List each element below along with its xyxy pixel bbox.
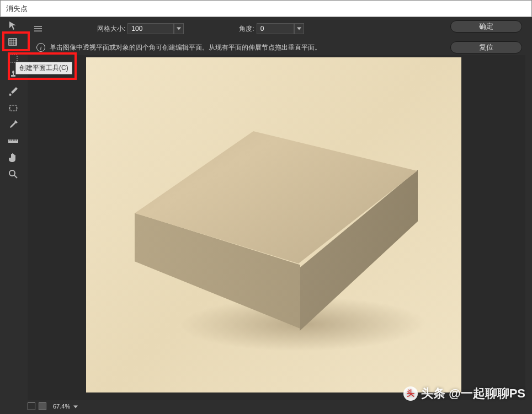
document-canvas[interactable] <box>86 57 461 393</box>
info-icon: i <box>36 43 45 52</box>
transform-tool[interactable] <box>3 100 23 116</box>
watermark-text: 头条 @一起聊聊PS <box>421 385 525 402</box>
angle-input[interactable]: 0 <box>257 23 294 34</box>
svg-point-4 <box>9 170 15 176</box>
angle-dropdown[interactable] <box>294 23 304 34</box>
hand-tool[interactable] <box>3 150 23 165</box>
grid-size-input[interactable]: 100 <box>127 23 174 34</box>
measure-tool[interactable] <box>3 133 23 149</box>
edit-plane-tool[interactable] <box>3 18 23 33</box>
window-title: 消失点 <box>6 4 28 14</box>
svg-rect-1 <box>9 55 17 62</box>
options-row-2: i 单击图像中透视平面或对象的四个角可创建编辑平面。从现有平面的伸展节点拖出垂直… <box>28 41 321 53</box>
view-mode-icon-2[interactable] <box>39 402 46 410</box>
options-bar: 网格大小: 100 角度: 0 i 单击图像中透视平面或对象的四个角可创建编辑平… <box>0 17 532 55</box>
status-bar: 67.4% <box>28 401 78 412</box>
canvas-area[interactable] <box>28 55 525 400</box>
title-bar: 消失点 <box>0 0 532 17</box>
tooltip-create-plane: 创建平面工具(C) <box>15 62 72 74</box>
hint-text: 单击图像中透视平面或对象的四个角可创建编辑平面。从现有平面的伸展节点拖出垂直平面… <box>50 43 321 52</box>
reset-button[interactable]: 复位 <box>450 41 522 53</box>
box-illustration <box>135 131 417 330</box>
grid-size-dropdown[interactable] <box>174 23 184 34</box>
options-row-1: 网格大小: 100 角度: 0 <box>0 23 304 35</box>
toolbar <box>3 18 25 183</box>
zoom-dropdown-icon[interactable] <box>73 402 78 410</box>
flyout-menu-icon[interactable] <box>34 25 42 33</box>
svg-rect-2 <box>10 105 17 111</box>
watermark: 头 头条 @一起聊聊PS <box>403 385 525 402</box>
ok-button[interactable]: 确定 <box>450 20 522 33</box>
view-mode-icon[interactable] <box>28 402 35 410</box>
angle-label: 角度: <box>239 24 254 34</box>
watermark-logo-icon: 头 <box>403 386 418 401</box>
zoom-level[interactable]: 67.4% <box>53 403 70 410</box>
grid-size-label: 网格大小: <box>97 24 125 34</box>
create-plane-tool[interactable] <box>3 34 23 50</box>
eyedropper-tool[interactable] <box>3 117 23 132</box>
brush-tool[interactable] <box>3 84 23 99</box>
zoom-tool[interactable] <box>3 166 23 182</box>
